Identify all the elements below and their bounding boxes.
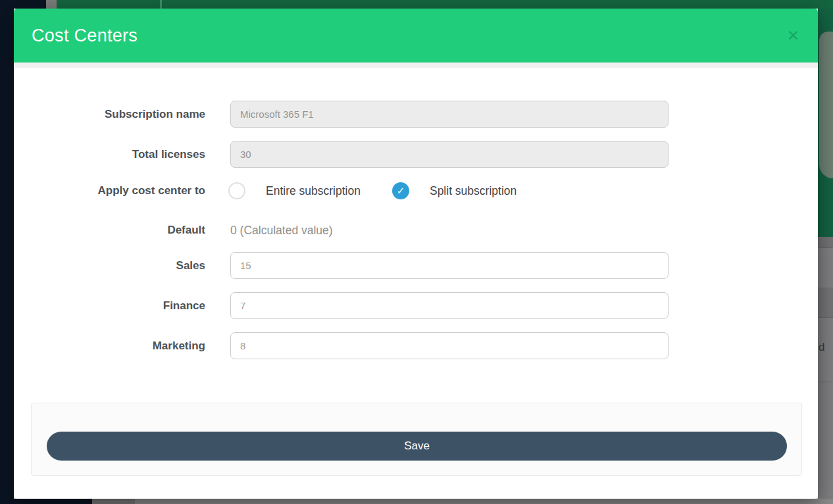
subscription-name-control <box>230 101 669 128</box>
save-button[interactable]: Save <box>47 432 787 461</box>
apply-cost-center-label: Apply cost center to <box>53 184 205 197</box>
marketing-row: Marketing <box>53 332 669 359</box>
total-licenses-control <box>230 141 669 168</box>
header-divider <box>14 63 818 68</box>
backdrop-right-edge: d <box>818 9 833 504</box>
subscription-name-label: Subscription name <box>53 108 205 121</box>
finance-label: Finance <box>53 299 205 313</box>
finance-input[interactable] <box>230 292 669 319</box>
backdrop-table-rows: d <box>818 237 833 504</box>
modal-title: Cost Centers <box>32 26 138 46</box>
backdrop-sidebar-bottom <box>0 499 92 504</box>
apply-cost-center-row: Apply cost center to Entire subscription… <box>53 181 669 201</box>
backdrop-scrollbar-top <box>46 0 57 9</box>
radio-split-subscription[interactable]: ✓ <box>392 182 409 199</box>
cost-centers-modal: Cost Centers ✕ Subscription name Total l… <box>14 9 818 499</box>
total-licenses-input <box>230 141 669 168</box>
finance-row: Finance <box>53 292 669 319</box>
radio-entire-subscription[interactable] <box>228 182 245 199</box>
backdrop-sidebar-left <box>0 9 14 499</box>
sales-label: Sales <box>53 259 205 272</box>
marketing-label: Marketing <box>53 340 205 353</box>
default-value: 0 (Calculated value) <box>230 224 333 238</box>
check-icon: ✓ <box>397 185 405 197</box>
subscription-name-row: Subscription name <box>53 101 669 128</box>
marketing-input[interactable] <box>230 332 669 359</box>
backdrop-page-header <box>57 0 833 9</box>
default-label: Default <box>53 224 205 237</box>
subscription-name-input <box>230 101 669 128</box>
marketing-control <box>230 332 669 359</box>
radio-split-subscription-label[interactable]: Split subscription <box>430 184 517 198</box>
default-row: Default 0 (Calculated value) <box>53 222 669 238</box>
backdrop-header-tick <box>160 0 162 9</box>
default-control: 0 (Calculated value) <box>230 224 669 238</box>
radio-entire-subscription-label[interactable]: Entire subscription <box>266 184 361 198</box>
modal-footer: Save <box>31 403 802 476</box>
backdrop-row-band <box>818 288 833 317</box>
total-licenses-label: Total licenses <box>53 148 205 161</box>
sales-control <box>230 252 669 279</box>
sales-row: Sales <box>53 252 669 279</box>
backdrop-bottom-strip <box>135 499 833 504</box>
backdrop-partial-text: d <box>819 341 824 354</box>
finance-control <box>230 292 669 319</box>
backdrop-row-band <box>818 237 833 247</box>
backdrop-row-divider <box>818 317 833 318</box>
total-licenses-row: Total licenses <box>53 141 669 168</box>
apply-cost-center-options: Entire subscription ✓ Split subscription <box>228 182 669 199</box>
modal-header: Cost Centers ✕ <box>14 9 818 63</box>
close-icon[interactable]: ✕ <box>787 28 799 43</box>
backdrop-row-divider <box>818 247 833 248</box>
sales-input[interactable] <box>230 252 669 279</box>
backdrop-scrollbar-bottom <box>92 499 135 504</box>
backdrop-avatar-circle <box>819 32 833 178</box>
backdrop-row-divider <box>818 382 833 382</box>
backdrop-sidebar-top <box>0 0 46 9</box>
